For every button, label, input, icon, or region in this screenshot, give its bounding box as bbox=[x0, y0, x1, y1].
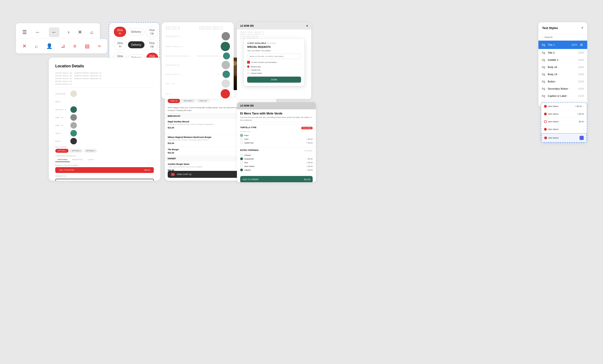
ts-title2[interactable]: Ag Title 2 · 18/24 bbox=[538, 49, 587, 57]
required-badge: REQUIRED bbox=[301, 127, 313, 129]
ts-secondary-button[interactable]: Ag Secondary Button · 14/16 bbox=[538, 85, 587, 92]
tortilla-type-section: TORTILLA TYPE REQUIRED Choose one Flour … bbox=[237, 125, 316, 147]
flour-radio[interactable] bbox=[240, 134, 243, 137]
iop-radio-2[interactable] bbox=[544, 113, 547, 115]
search-icon[interactable]: ⌕ bbox=[90, 29, 93, 35]
modal-title: SPECIAL REQUESTS bbox=[247, 46, 301, 48]
close-icon-2[interactable]: ✕ bbox=[22, 43, 26, 49]
iop-label-4: Item Name bbox=[548, 128, 582, 130]
corn-radio[interactable] bbox=[240, 138, 243, 140]
teal3-circle bbox=[222, 70, 230, 78]
tab-breakfast[interactable]: BREAKFAST bbox=[70, 158, 85, 162]
design-panel: Location Details ENTER / BOLD / 36 RUBOT… bbox=[49, 57, 160, 181]
pickup-btn-1[interactable]: Pick Up bbox=[146, 26, 158, 37]
grey-swatch bbox=[70, 114, 77, 121]
menu-icon[interactable]: ≡ bbox=[73, 43, 76, 49]
iop-radio-1[interactable] bbox=[544, 105, 547, 108]
teal2-circle bbox=[223, 52, 230, 59]
iop-arrow-4: › bbox=[583, 128, 584, 131]
cancel-label: Cancel Order bbox=[251, 72, 262, 74]
design-panel-title: Location Details bbox=[55, 64, 154, 68]
ts-button[interactable]: Ag Button · 16/16 bbox=[538, 78, 587, 85]
delivery-btn-2[interactable]: Delivery bbox=[128, 41, 144, 48]
grey-circle bbox=[221, 32, 230, 40]
settings-icon[interactable]: ⚙ bbox=[579, 43, 584, 47]
tab-featured[interactable]: FEATURED bbox=[55, 158, 70, 162]
teal-full-swatch bbox=[70, 106, 77, 113]
cancel-radio[interactable] bbox=[247, 72, 249, 74]
list-icon[interactable]: ☰ bbox=[22, 29, 27, 35]
gluten-free-radio[interactable] bbox=[240, 141, 243, 144]
layers-icon[interactable]: ≈ bbox=[98, 43, 101, 49]
iop-radio-5[interactable] bbox=[544, 136, 547, 139]
arrow-left-circle-icon[interactable]: ← bbox=[49, 27, 59, 37]
pickup-r-btn[interactable]: PICK UP bbox=[197, 99, 210, 103]
cta-number-btn[interactable]: CALL TO ACTION $86.06 bbox=[55, 167, 154, 173]
iop-row-3: Item Name $8.00 bbox=[541, 118, 587, 125]
search-input-ts[interactable] bbox=[545, 36, 584, 39]
iop-price-2: + $8.00 bbox=[577, 113, 584, 115]
done-button[interactable]: DONE bbox=[247, 77, 301, 83]
user-icon[interactable]: 👤 bbox=[46, 43, 53, 49]
option-1-btn[interactable]: OPTION 1 bbox=[55, 149, 69, 153]
dine-in-btn-2[interactable]: Dine In bbox=[114, 39, 127, 50]
pico-check[interactable] bbox=[240, 161, 243, 164]
grey3-circle bbox=[221, 80, 230, 88]
item-title: El Mero Taco with Mole Verde bbox=[240, 112, 313, 115]
cta-btn[interactable]: CALL TO ACTION bbox=[55, 179, 154, 181]
add-style-button[interactable]: + bbox=[581, 25, 583, 30]
delivery-r-btn[interactable]: DELIVERY bbox=[181, 99, 196, 103]
iop-radio-4[interactable] bbox=[544, 128, 547, 131]
contact-radio[interactable] bbox=[247, 69, 249, 71]
guacamole-check[interactable] bbox=[240, 157, 243, 160]
ts-title1[interactable]: Ag Title 1 · 20/24 ⚙ bbox=[538, 41, 587, 49]
ts-body16[interactable]: Ag Body 16 · 16/24 bbox=[538, 64, 587, 71]
arrow-left-icon[interactable]: ← bbox=[35, 29, 40, 35]
white-swatch bbox=[70, 98, 77, 105]
ts-subtitle1[interactable]: Ag Subtitle 1 · 14/24 bbox=[538, 57, 587, 64]
ts-caption[interactable]: Ag Caption or Label · 12/16 bbox=[538, 92, 587, 100]
search-icon-ts: ⌕ bbox=[542, 36, 543, 39]
item-detail-header: LE NOM 305 bbox=[237, 102, 316, 109]
order-panel-header: LE NOM 305 ✕ bbox=[237, 22, 311, 30]
text-styles-search: ⌕ bbox=[538, 34, 587, 41]
dine-in-btn-1[interactable]: Dine In bbox=[114, 27, 126, 37]
text-styles-header: Text Styles + bbox=[538, 22, 587, 34]
cheese-check[interactable] bbox=[240, 154, 243, 157]
black-swatch bbox=[70, 138, 77, 144]
special-requests-input[interactable] bbox=[247, 54, 301, 59]
iop-label-1: Item Name bbox=[548, 105, 573, 107]
search-icon-2[interactable]: ⌕ bbox=[35, 43, 38, 49]
dine-in-r-btn[interactable]: DINE IN bbox=[168, 99, 180, 103]
cilantro-check[interactable] bbox=[240, 169, 243, 171]
red-circle bbox=[221, 89, 230, 98]
order-panel-close[interactable]: ✕ bbox=[306, 25, 308, 27]
teal-circle bbox=[221, 42, 230, 51]
icon-bar-1: ☰ ← ← › ✕ ⌕ bbox=[16, 23, 100, 41]
refund-radio[interactable] bbox=[247, 66, 249, 68]
refund-label: Refund Item bbox=[251, 66, 261, 68]
iop-radio-3[interactable] bbox=[544, 120, 547, 123]
receipt-icon[interactable]: ▤ bbox=[85, 43, 90, 49]
iop-row-5: Item Name bbox=[541, 133, 587, 143]
close-icon[interactable]: ✕ bbox=[78, 29, 82, 35]
ts-body14[interactable]: Ag Body 14 · 14/20 bbox=[538, 71, 587, 78]
option-3-btn[interactable]: OPTION 3 bbox=[84, 149, 97, 153]
toggle-row-2: Dine In Delivery Pick Up bbox=[114, 39, 155, 50]
sour-cream-check[interactable] bbox=[240, 165, 243, 168]
delivery-btn-1[interactable]: Delivery bbox=[128, 28, 144, 35]
pickup-btn-2[interactable]: Pick Up bbox=[146, 39, 158, 50]
grey2-swatch bbox=[70, 122, 77, 129]
option-2-btn[interactable]: OPTION 2 bbox=[70, 149, 83, 153]
filter-icon[interactable]: ⊿ bbox=[61, 43, 65, 49]
extra-toppings-section: EXTRA TOPPINGS OPTIONAL Cheese Guacamole… bbox=[237, 147, 316, 174]
add-to-order-button[interactable]: ADD TO ORDER $13.00 bbox=[240, 176, 313, 182]
iop-price-1: + $8.00 bbox=[575, 105, 582, 107]
iop-label-5: Item Name bbox=[548, 137, 578, 139]
tab-lunch[interactable]: LUNCH bbox=[85, 158, 97, 162]
panel-text-rows: ENTER / BOLD / 36 RUBOTO MONO / MEDIUM /… bbox=[55, 72, 154, 85]
iop-row-2: Item Name + $8.00 bbox=[541, 110, 587, 118]
item-options-panel: Item Name + $8.00 › Item Name + $8.00 It… bbox=[541, 102, 587, 143]
iop-label-2: Item Name bbox=[548, 113, 576, 115]
chevron-right-icon[interactable]: › bbox=[68, 29, 70, 35]
